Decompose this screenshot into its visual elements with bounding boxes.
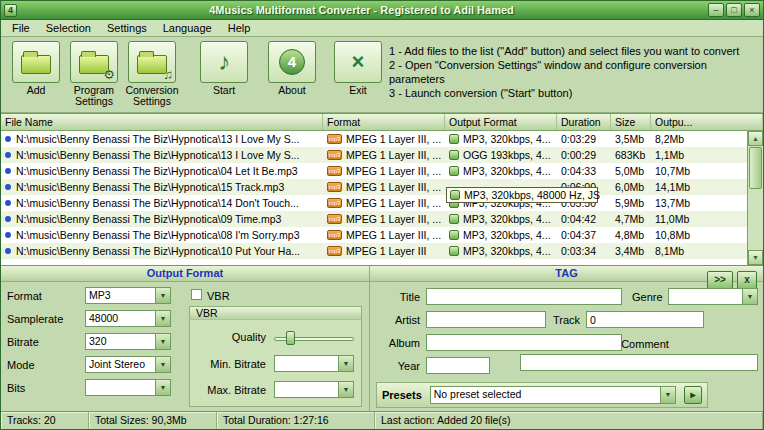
chevron-down-icon[interactable]: ▼ — [155, 357, 170, 372]
table-row[interactable]: N:\music\Benny Benassi The Biz\Hypnotica… — [1, 147, 763, 163]
menu-settings[interactable]: Settings — [99, 21, 155, 35]
track-input[interactable] — [586, 311, 704, 328]
output-format-edit-box[interactable]: MP3, 320kbps, 48000 Hz, JS — [446, 187, 598, 203]
program-settings-label: Program Settings — [65, 85, 123, 107]
output-format-icon — [449, 230, 459, 240]
column-file-name[interactable]: File Name — [1, 114, 323, 130]
file-list: File Name Format Output Format Duration … — [1, 113, 763, 265]
vertical-scrollbar[interactable]: ▲ ▼ — [747, 131, 763, 265]
program-settings-button[interactable]: ⚙ Program Settings — [65, 41, 123, 107]
menu-selection[interactable]: Selection — [38, 21, 99, 35]
add-button[interactable]: Add — [7, 41, 65, 96]
mp3-file-icon: mp3 — [327, 214, 342, 224]
chevron-down-icon[interactable]: ▼ — [660, 387, 675, 403]
column-output-size[interactable]: Outpu... — [651, 114, 763, 130]
output-format-cell: MP3, 320kbps, 4... — [445, 133, 557, 145]
file-name-cell: N:\music\Benny Benassi The Biz\Hypnotica… — [1, 181, 323, 193]
column-output-format[interactable]: Output Format — [445, 114, 557, 130]
scroll-down-icon[interactable]: ▼ — [748, 250, 763, 265]
table-row[interactable]: N:\music\Benny Benassi The Biz\Hypnotica… — [1, 227, 763, 243]
bits-combo[interactable]: ▼ — [85, 379, 171, 396]
close-button[interactable]: × — [744, 3, 760, 17]
presets-combo[interactable]: No preset selected▼ — [430, 386, 676, 404]
bitrate-label: Bitrate — [7, 336, 39, 348]
file-name-cell: N:\music\Benny Benassi The Biz\Hypnotica… — [1, 213, 323, 225]
table-row[interactable]: N:\music\Benny Benassi The Biz\Hypnotica… — [1, 131, 763, 147]
start-button[interactable]: ♪ Start — [195, 41, 253, 96]
track-bullet-icon — [5, 232, 11, 238]
table-row-selected[interactable]: N:\music\Benny Benassi The Biz\Hypnotica… — [1, 179, 763, 195]
year-input[interactable] — [426, 357, 490, 374]
table-row[interactable]: N:\music\Benny Benassi The Biz\Hypnotica… — [1, 211, 763, 227]
min-bitrate-label: Min. Bitrate — [190, 358, 266, 370]
chevron-down-icon[interactable]: ▼ — [155, 288, 170, 303]
bits-label: Bits — [7, 382, 25, 394]
preset-menu-button[interactable]: ▸ — [684, 386, 702, 404]
chevron-down-icon[interactable]: ▼ — [338, 382, 353, 397]
mode-combo[interactable]: Joint Stereo▼ — [85, 356, 171, 373]
status-total-sizes: Total Sizes: 90,3Mb — [89, 412, 217, 429]
file-name-cell: N:\music\Benny Benassi The Biz\Hypnotica… — [1, 165, 323, 177]
table-row[interactable]: N:\music\Benny Benassi The Biz\Hypnotica… — [1, 195, 763, 211]
mp3-file-icon: mp3 — [327, 198, 342, 208]
mp3-file-icon: mp3 — [327, 166, 342, 176]
chevron-down-icon[interactable]: ▼ — [742, 289, 757, 304]
maximize-button[interactable]: □ — [726, 3, 742, 17]
min-bitrate-combo[interactable]: ▼ — [274, 355, 354, 372]
max-bitrate-combo[interactable]: ▼ — [274, 381, 354, 398]
notes-icon: ♫ — [163, 67, 173, 82]
scrollbar-track[interactable] — [748, 190, 763, 250]
format-cell: mp3MPEG 1 Layer III, ... — [323, 133, 445, 145]
instructions: 1 - Add files to the list ("Add" button)… — [389, 44, 763, 100]
format-cell: mp3MPEG 1 Layer III, ... — [323, 149, 445, 161]
table-row[interactable]: N:\music\Benny Benassi The Biz\Hypnotica… — [1, 243, 763, 259]
tag-title-input[interactable] — [426, 288, 622, 305]
expand-panel-button[interactable]: >> — [707, 271, 733, 289]
add-label: Add — [27, 85, 46, 96]
about-button[interactable]: 4 About — [263, 41, 321, 96]
artist-input[interactable] — [426, 311, 546, 328]
quality-slider-thumb[interactable] — [286, 331, 295, 345]
duration-cell: 0:00:29 — [557, 149, 611, 161]
duration-cell: 0:04:33 — [557, 165, 611, 177]
genre-combo[interactable]: ▼ — [668, 288, 758, 305]
format-cell: mp3MPEG 1 Layer III, ... — [323, 165, 445, 177]
table-row[interactable]: N:\music\Benny Benassi The Biz\Hypnotica… — [1, 163, 763, 179]
max-bitrate-label: Max. Bitrate — [190, 384, 266, 396]
exit-cross-icon: × — [352, 49, 365, 75]
year-label: Year — [370, 360, 420, 372]
tag-title: TAG — [370, 266, 763, 282]
chevron-down-icon[interactable]: ▼ — [155, 334, 170, 349]
column-format[interactable]: Format — [323, 114, 445, 130]
tag-title-label: Title — [370, 291, 420, 303]
status-total-duration: Total Duration: 1:27:16 — [217, 412, 375, 429]
conversion-settings-button[interactable]: ♫ Conversion Settings — [123, 41, 181, 107]
scrollbar-thumb[interactable] — [749, 147, 762, 189]
chevron-down-icon[interactable]: ▼ — [155, 380, 170, 395]
status-tracks: Tracks: 20 — [1, 412, 89, 429]
bitrate-combo[interactable]: 320▼ — [85, 333, 171, 350]
column-duration[interactable]: Duration — [557, 114, 611, 130]
track-bullet-icon — [5, 152, 11, 158]
size-cell: 5,9Mb — [611, 197, 651, 209]
vbr-checkbox[interactable] — [191, 289, 202, 300]
scroll-up-icon[interactable]: ▲ — [748, 131, 763, 146]
album-input[interactable] — [426, 334, 622, 351]
chevron-down-icon[interactable]: ▼ — [155, 311, 170, 326]
exit-button[interactable]: × Exit — [329, 41, 387, 96]
menu-help[interactable]: Help — [220, 21, 259, 35]
column-size[interactable]: Size — [611, 114, 651, 130]
about-label: About — [278, 85, 305, 96]
samplerate-combo[interactable]: 48000▼ — [85, 310, 171, 327]
menu-bar: File Selection Settings Language Help — [1, 20, 763, 37]
track-bullet-icon — [5, 200, 11, 206]
chevron-down-icon[interactable]: ▼ — [338, 356, 353, 371]
exit-label: Exit — [349, 85, 367, 96]
menu-file[interactable]: File — [4, 21, 38, 35]
size-cell: 4,7Mb — [611, 213, 651, 225]
menu-language[interactable]: Language — [155, 21, 220, 35]
comment-input[interactable] — [520, 354, 758, 371]
format-combo[interactable]: MP3▼ — [85, 287, 171, 304]
close-panel-button[interactable]: x — [737, 271, 757, 289]
minimize-button[interactable]: – — [708, 3, 724, 17]
